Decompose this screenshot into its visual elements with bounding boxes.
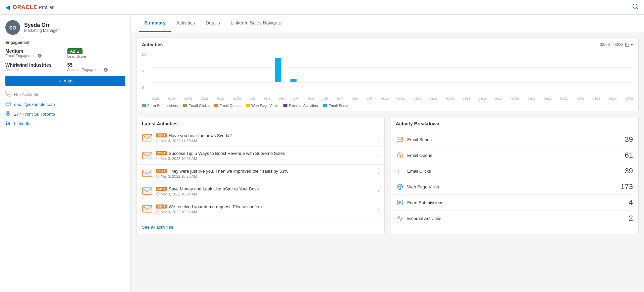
contact-title: Marketing Manager [24,28,59,33]
x-label: 03/20 [544,97,552,100]
latest-activities-card: Latest Activities [136,117,385,234]
see-all-activities-link[interactable]: See all activities [137,221,384,234]
x-label: 03/23 [593,97,600,100]
sent-badge: SENT [156,133,167,137]
email-sends-icon [396,135,404,143]
breakdown-count: 39 [625,135,633,144]
x-label: 03/10 [381,97,389,100]
activity-email-icon [142,132,153,143]
x-label: 03/7 [337,97,343,100]
avatar: SO [5,20,20,35]
phone-row: Not Available [5,92,125,98]
activity-item[interactable]: SENT Success Tip: 5 Ways to Boost Revenu… [137,147,384,165]
account-label: Account [5,68,63,72]
sent-badge: SENT [156,169,167,173]
activity-email-icon [142,203,153,214]
breakdown-count: 173 [621,182,633,191]
account-engagement-label: Account Engagement i [67,68,125,72]
account-score-col: 55 Account Engagement i [67,62,125,72]
account-engagement-info-icon[interactable]: i [104,68,108,72]
svg-rect-16 [143,152,152,159]
svg-rect-18 [143,170,152,177]
activity-item[interactable]: SENT Save Money and Look Like aStar to Y… [137,182,384,200]
y-label-10: 10 [142,53,146,56]
oracle-logo: ORACLE Profiler [13,4,54,10]
svg-point-0 [633,4,637,8]
external-activities-icon [396,214,404,222]
legend-email-clicks: Email Clicks [183,104,209,108]
activity-item[interactable]: SENT Have you hear the news Syeda? Mar 4… [137,129,384,147]
tab-linkedin[interactable]: LinkedIn Sales Navigator [225,15,288,32]
profiler-text: Profiler [39,5,54,10]
date-range[interactable]: 02/23 - 03/23 ▾ [600,42,633,47]
breakdown-list: Email Sends 39 Email Opens [390,129,638,229]
main-layout: SO Syeda Orr Marketing Manager Engagemen… [0,15,644,292]
engagement-row: Medium Email Engagement i A2 ▲ Lead Scor… [5,48,125,58]
x-label: 03/14 [446,97,454,100]
breakdown-item-web-visits: Web Page Visits 173 [390,179,638,195]
chart-legend: Form Submissions Email Clicks Email Open… [137,102,638,111]
x-label: 03/6 [323,97,329,100]
breakdown-label: Email Sends [407,137,625,142]
breakdown-label: Form Submissions [407,200,629,205]
x-label: 02/27 [217,97,225,100]
email-value[interactable]: email@example.com [14,102,55,107]
location-icon [5,111,11,117]
tab-details[interactable]: Details [200,15,225,32]
x-label: 03/19 [528,97,535,100]
email-row[interactable]: email@example.com [5,101,125,108]
activity-email-icon [142,150,153,161]
x-label: 03/9 [367,97,373,100]
contact-name: Syeda Orr [24,22,59,28]
breakdown-label: Email Clicks [407,169,625,174]
breakdown-item-email-clicks: Email Clicks 39 [390,163,638,179]
breakdown-title: Activity Breakdown [396,121,439,126]
account-row: Whirlwind Industries Account 55 Account … [5,62,125,72]
x-label: 03/1 [250,97,256,100]
activity-email-icon [142,168,153,179]
activity-title: SENT We received your demo request. Plea… [156,204,377,209]
lead-score-badge: A2 ▲ [67,48,83,54]
svg-point-3 [6,121,7,122]
sidebar: SO Syeda Orr Marketing Manager Engagemen… [0,15,131,292]
x-label: 03/15 [463,97,470,100]
x-label: 03/8 [352,97,358,100]
profile-info: Syeda Orr Marketing Manager [24,22,59,33]
x-label: 03/24 [609,97,617,100]
svg-rect-22 [143,206,152,212]
activity-content: SENT Save Money and Look Like aStar to Y… [156,186,377,196]
address-value[interactable]: 277 Front St, Toronto [14,112,55,117]
breakdown-item-email-opens: Email Opens 61 [390,148,638,163]
two-col-section: Latest Activities [136,117,639,239]
email-engagement-info-icon[interactable]: i [38,54,42,58]
x-label: 03/16 [479,97,486,100]
activity-title: SENT Success Tip: 5 Ways to Boost Revenu… [156,151,377,156]
legend-email-sends: Email Sends [323,104,349,108]
activity-item[interactable]: SENT We received your demo request. Plea… [137,200,384,218]
search-icon[interactable] [632,3,639,11]
legend-external-activities: External Activities [283,104,318,108]
x-label: 03/21 [560,97,568,100]
legend-form-submissions: Form Submissions [142,104,178,108]
activity-title: SENT Have you hear the news Syeda? [156,133,377,138]
address-row[interactable]: 277 Front St, Toronto [5,111,125,117]
legend-web-page-visits: Web Page Visits [246,104,278,108]
svg-rect-4 [626,43,629,47]
linkedin-value[interactable]: LinkedIn [14,121,31,126]
tab-activities[interactable]: Activities [171,15,200,32]
alert-button[interactable]: ✓ Alert [5,76,125,86]
x-label: 03/17 [495,97,503,100]
content-area: Summary Activities Details LinkedIn Sale… [131,15,644,292]
svg-rect-20 [143,188,152,194]
back-button[interactable]: ◀ [5,4,10,11]
chart-svg [152,53,633,90]
x-label: 02/26 [201,97,209,100]
svg-rect-12 [290,79,297,82]
x-label: 03/2 [264,97,270,100]
account-score: 55 [67,62,125,68]
linkedin-row[interactable]: LinkedIn [5,121,125,127]
topbar: ◀ ORACLE Profiler [0,0,644,15]
activity-item[interactable]: SENT They were just like you. Then we im… [137,165,384,182]
oracle-text: ORACLE [13,4,38,10]
tab-summary[interactable]: Summary [139,15,171,32]
